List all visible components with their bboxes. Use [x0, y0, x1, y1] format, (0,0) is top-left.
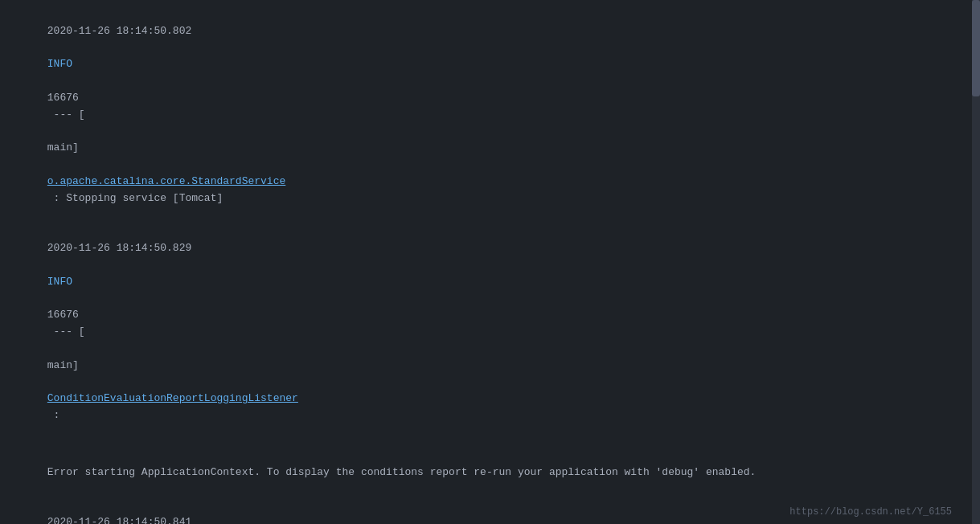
url-bar: https://blog.csdn.net/Y_6155 [789, 506, 952, 518]
msg-2: : [47, 409, 60, 421]
error-context-line: Error starting ApplicationContext. To di… [10, 448, 955, 497]
class-2: ConditionEvaluationReportLoggingListener [47, 392, 298, 404]
timestamp-err: 2020-11-26 18:14:50.841 [47, 516, 191, 524]
console-panel[interactable]: 2020-11-26 18:14:50.802 INFO 16676 --- [… [0, 0, 965, 524]
level-2: INFO [47, 276, 72, 288]
log-line-1: 2020-11-26 18:14:50.802 INFO 16676 --- [… [10, 6, 955, 223]
timestamp-1: 2020-11-26 18:14:50.802 [47, 25, 191, 37]
level-1: INFO [47, 58, 72, 70]
scrollbar[interactable] [972, 0, 980, 524]
thread-2: main] [47, 359, 79, 371]
msg-1: : Stopping service [Tomcat] [47, 192, 223, 204]
thread-1: main] [47, 141, 79, 154]
class-1: o.apache.catalina.core.StandardService [47, 175, 285, 187]
log-line-2: 2020-11-26 18:14:50.829 INFO 16676 --- [… [10, 223, 955, 440]
pid-2: 16676 [47, 309, 79, 321]
timestamp-2: 2020-11-26 18:14:50.829 [47, 242, 191, 254]
pid-1: 16676 [47, 92, 79, 104]
scrollbar-thumb[interactable] [972, 0, 980, 96]
